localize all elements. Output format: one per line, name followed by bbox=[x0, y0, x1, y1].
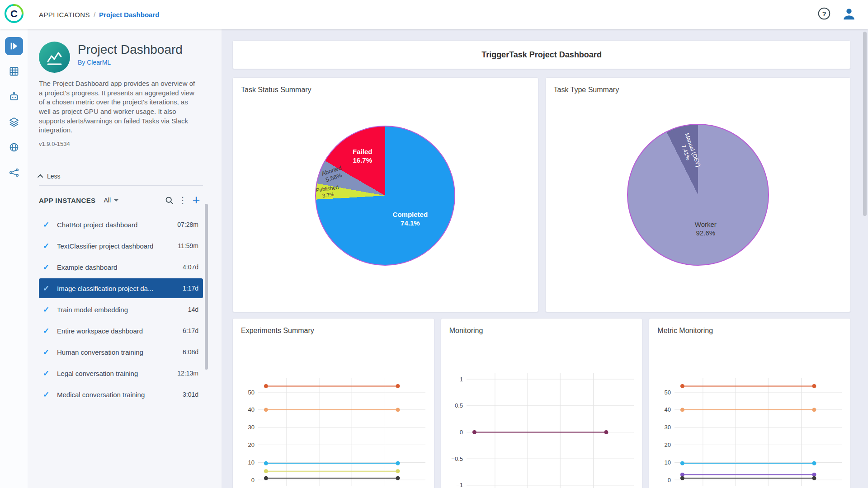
instance-runtime: 07:28m bbox=[177, 221, 198, 228]
check-icon: ✓ bbox=[43, 347, 52, 357]
topbar: C APPLICATIONS / Project Dashboard ? bbox=[0, 0, 868, 29]
list-item[interactable]: ✓ChatBot project dashboard07:28m bbox=[39, 215, 203, 235]
svg-text:30: 30 bbox=[665, 424, 671, 431]
clearml-logo-icon[interactable]: C bbox=[4, 3, 24, 26]
rail-applications-icon[interactable] bbox=[5, 37, 23, 55]
check-icon: ✓ bbox=[43, 241, 52, 251]
monitoring-card: Monitoring −1−0.500.51 bbox=[441, 318, 643, 488]
svg-text:20: 20 bbox=[248, 441, 255, 448]
rail-hyperdatasets-globe-icon[interactable] bbox=[5, 138, 23, 156]
breadcrumb-applications[interactable]: APPLICATIONS bbox=[39, 11, 90, 19]
instance-name: ChatBot project dashboard bbox=[57, 221, 172, 229]
pie-slice-label: Completed74.1% bbox=[393, 211, 428, 228]
svg-text:10: 10 bbox=[248, 459, 255, 466]
list-item[interactable]: ✓Example dashboard4:07d bbox=[39, 257, 203, 277]
instance-name: Medical conversation training bbox=[57, 391, 178, 399]
instance-runtime: 12:13m bbox=[177, 370, 198, 377]
experiments-summary-chart: 01020304050 bbox=[236, 378, 430, 486]
left-rail bbox=[0, 29, 28, 488]
collapse-toggle[interactable]: Less bbox=[39, 173, 71, 180]
search-icon[interactable] bbox=[162, 193, 176, 207]
rail-projects-grid-icon[interactable] bbox=[5, 62, 23, 80]
breadcrumb: APPLICATIONS / Project Dashboard bbox=[39, 11, 159, 19]
svg-text:0: 0 bbox=[251, 477, 255, 483]
svg-text:1: 1 bbox=[459, 376, 462, 383]
help-icon[interactable]: ? bbox=[817, 7, 831, 22]
rail-agent-robot-icon[interactable] bbox=[5, 88, 23, 106]
check-icon: ✓ bbox=[43, 284, 52, 293]
svg-text:50: 50 bbox=[665, 389, 671, 396]
instance-name: Human conversation training bbox=[57, 348, 178, 356]
instance-name: Entire workspace dashboard bbox=[57, 327, 178, 335]
breadcrumb-separator: / bbox=[94, 11, 95, 19]
page-title: Project Dashboard bbox=[78, 42, 183, 57]
breadcrumb-current: Project Dashboard bbox=[99, 11, 159, 19]
pie-slice-label: Aborted5.56% bbox=[321, 164, 344, 184]
app-instances-toolbar: APP INSTANCES All ⋮ + bbox=[39, 192, 203, 208]
experiments-summary-title: Experiments Summary bbox=[233, 319, 434, 335]
monitoring-title: Monitoring bbox=[441, 319, 642, 335]
instance-name: Legal conversation training bbox=[57, 370, 172, 377]
instance-runtime: 14d bbox=[188, 306, 198, 313]
pie-slice-label: Worker92.6% bbox=[695, 221, 717, 238]
rail-datasets-layers-icon[interactable] bbox=[5, 113, 23, 131]
metric-monitoring-chart: 01020304050 bbox=[652, 378, 846, 486]
rail-pipelines-icon[interactable] bbox=[5, 164, 23, 182]
kebab-menu-icon[interactable]: ⋮ bbox=[176, 193, 189, 207]
list-item[interactable]: ✓TextClassifier project dashboard11:59m bbox=[39, 236, 203, 256]
svg-text:?: ? bbox=[822, 10, 826, 18]
svg-text:10: 10 bbox=[665, 459, 671, 466]
list-item[interactable]: ✓Legal conversation training12:13m bbox=[39, 363, 203, 383]
collapse-label: Less bbox=[47, 173, 61, 180]
task-status-title: Task Status Summary bbox=[233, 78, 538, 94]
dashboard-title: TriggerTask Project Dashboard bbox=[481, 50, 602, 60]
list-item[interactable]: ✓Entire workspace dashboard6:17d bbox=[39, 321, 203, 341]
pie-slice-label: Failed16.7% bbox=[353, 148, 372, 165]
check-icon: ✓ bbox=[43, 263, 52, 272]
list-scrollbar[interactable] bbox=[205, 204, 208, 370]
user-avatar-icon[interactable] bbox=[842, 6, 856, 23]
pie-slice-label: Published3.7% bbox=[316, 184, 340, 201]
byline-link[interactable]: By ClearML bbox=[78, 59, 183, 66]
main-scrollbar[interactable] bbox=[863, 32, 867, 216]
filter-dropdown[interactable]: All bbox=[104, 197, 119, 204]
experiments-summary-card: Experiments Summary 01020304050 bbox=[232, 318, 434, 488]
task-type-title: Task Type Summary bbox=[546, 78, 851, 94]
svg-text:40: 40 bbox=[665, 406, 671, 413]
svg-text:50: 50 bbox=[248, 389, 255, 396]
list-item[interactable]: ✓Medical conversation training3:01d bbox=[39, 385, 203, 404]
svg-text:40: 40 bbox=[248, 406, 255, 413]
dashboard-main: TriggerTask Project Dashboard Task Statu… bbox=[222, 29, 868, 488]
metric-monitoring-title: Metric Monitoring bbox=[649, 319, 850, 335]
check-icon: ✓ bbox=[43, 369, 52, 378]
svg-text:20: 20 bbox=[665, 441, 671, 448]
instance-name: Image classification project da... bbox=[57, 285, 178, 292]
svg-text:C: C bbox=[10, 8, 18, 19]
svg-text:0: 0 bbox=[668, 477, 671, 483]
app-instances-header: APP INSTANCES bbox=[39, 197, 96, 204]
list-item[interactable]: ✓Human conversation training6:08d bbox=[39, 342, 203, 362]
check-icon: ✓ bbox=[43, 390, 52, 399]
project-dashboard-app-icon bbox=[39, 42, 70, 75]
app-instances-list: ✓ChatBot project dashboard07:28m✓TextCla… bbox=[39, 215, 203, 404]
svg-text:0.5: 0.5 bbox=[455, 402, 463, 409]
svg-text:0: 0 bbox=[459, 429, 462, 436]
pie-slice-label: Manual (DEV)7.41% bbox=[676, 132, 701, 170]
app-version: v1.9.0-1534 bbox=[39, 141, 222, 147]
list-item[interactable]: ✓Train model embedding14d bbox=[39, 300, 203, 319]
instance-runtime: 1:17d bbox=[183, 285, 198, 292]
add-instance-button[interactable]: + bbox=[189, 193, 203, 207]
instance-name: Example dashboard bbox=[57, 263, 178, 271]
task-status-card: Task Status Summary Completed74.1%Publis… bbox=[232, 77, 538, 312]
instance-name: Train model embedding bbox=[57, 306, 183, 314]
svg-text:30: 30 bbox=[248, 424, 255, 431]
check-icon: ✓ bbox=[43, 220, 52, 230]
list-item[interactable]: ✓Image classification project da...1:17d bbox=[39, 278, 203, 298]
check-icon: ✓ bbox=[43, 305, 52, 314]
task-type-pie: Worker92.6%Manual (DEV)7.41% bbox=[627, 124, 769, 266]
task-status-pie: Completed74.1%Published3.7%Aborted5.56%F… bbox=[315, 126, 455, 266]
metric-monitoring-card: Metric Monitoring 01020304050 bbox=[649, 318, 851, 488]
check-icon: ✓ bbox=[43, 326, 52, 336]
instance-runtime: 6:17d bbox=[183, 327, 198, 334]
chevron-up-icon bbox=[38, 174, 43, 180]
